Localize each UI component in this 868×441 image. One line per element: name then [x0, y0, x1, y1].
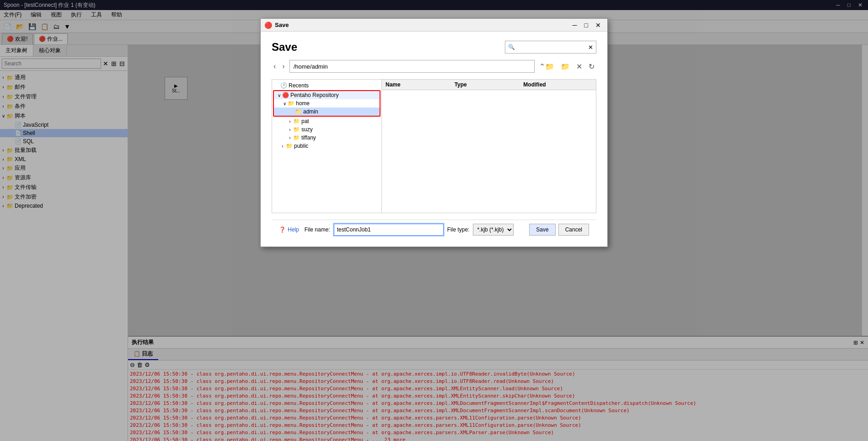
recents-label: Recents	[289, 82, 309, 89]
home-folder-icon: 📁	[288, 100, 295, 107]
suzy-folder-icon: 📁	[293, 126, 300, 133]
recents-icon: 🕐	[280, 82, 287, 89]
modal-right-panel: Name Type Modified	[382, 80, 596, 213]
pentaho-repo-item[interactable]: ∨ 🔴 Pentaho Repository	[274, 91, 380, 99]
col-name: Name	[386, 81, 455, 88]
help-link[interactable]: ❓ Help	[279, 226, 299, 233]
red-selection-box: ∨ 🔴 Pentaho Repository ∨ 📁 home	[273, 90, 380, 117]
help-label: Help	[288, 226, 299, 233]
modal-back-btn[interactable]: ‹	[272, 62, 278, 70]
save-button[interactable]: Save	[529, 224, 555, 236]
filetype-label: File type:	[447, 226, 470, 233]
modal-close-btn[interactable]: ✕	[593, 22, 604, 29]
repo-label: Pentaho Repository	[290, 92, 338, 98]
repo-arrow: ∨	[276, 93, 282, 98]
modal-titlebar: 🔴 Save ─ □ ✕	[261, 19, 607, 32]
modal-new-folder-btn[interactable]: 📁	[559, 62, 572, 71]
home-arrow: ∨	[281, 101, 288, 106]
suzy-arrow: ›	[287, 127, 293, 132]
pat-arrow: ›	[287, 119, 293, 124]
cancel-button[interactable]: Cancel	[558, 224, 589, 236]
modal-content-area: 🕐 Recents ∨ 🔴 Pentaho Repository	[272, 79, 596, 213]
filetype-select[interactable]: *.kjb (*.kjb)	[473, 224, 514, 236]
modal-delete-btn[interactable]: ✕	[574, 62, 584, 71]
help-icon: ❓	[279, 226, 286, 233]
modal-left-panel: 🕐 Recents ∨ 🔴 Pentaho Repository	[272, 80, 382, 213]
modal-heading: Save	[272, 41, 297, 54]
tiffany-label: tiffany	[301, 134, 316, 141]
home-label: home	[296, 100, 310, 107]
tiffany-arrow: ›	[287, 135, 293, 140]
footer-fields: File name: File type: *.kjb (*.kjb)	[305, 224, 524, 236]
tiffany-folder-icon: 📁	[293, 134, 300, 141]
modal-overlay: 🔴 Save ─ □ ✕ Save 🔍 ✕ ‹	[0, 0, 868, 441]
modal-title-text: Save	[275, 22, 289, 28]
modal-forward-btn[interactable]: ›	[280, 62, 286, 70]
modal-search-clear[interactable]: ✕	[588, 44, 593, 51]
modal-nav-row: ‹ › ⌃📁 📁 ✕ ↻	[272, 60, 596, 73]
modal-header-row: Save 🔍 ✕	[272, 41, 596, 54]
public-folder-icon: 📁	[286, 143, 293, 149]
modal-maximize-btn[interactable]: □	[582, 22, 591, 29]
modal-footer: ❓ Help File name: File type: *.kjb (*.kj…	[272, 220, 596, 239]
modal-search-icon: 🔍	[508, 44, 515, 50]
repo-icon: 🔴	[282, 92, 289, 98]
footer-buttons: Save Cancel	[529, 224, 589, 236]
save-dialog: 🔴 Save ─ □ ✕ Save 🔍 ✕ ‹	[260, 18, 608, 247]
col-modified: Modified	[523, 81, 592, 88]
modal-search-input[interactable]	[517, 44, 586, 50]
modal-search-bar: 🔍 ✕	[505, 41, 596, 54]
admin-item[interactable]: 📁 admin	[274, 108, 380, 116]
pat-item[interactable]: › 📁 pat	[272, 117, 381, 125]
modal-folder-up-btn[interactable]: ⌃📁	[537, 62, 556, 71]
pat-label: pat	[301, 118, 309, 124]
home-item[interactable]: ∨ 📁 home	[274, 99, 380, 108]
modal-refresh-btn[interactable]: ↻	[587, 62, 596, 71]
recents-item[interactable]: 🕐 Recents	[272, 81, 381, 90]
modal-minimize-btn[interactable]: ─	[570, 22, 580, 29]
modal-title-icon: 🔴	[264, 22, 272, 29]
modal-body: Save 🔍 ✕ ‹ › ⌃📁 📁 ✕ ↻	[261, 32, 607, 247]
admin-label: admin	[303, 108, 318, 115]
pat-folder-icon: 📁	[293, 118, 300, 124]
modal-right-header: Name Type Modified	[382, 80, 596, 90]
col-type: Type	[455, 81, 524, 88]
tiffany-item[interactable]: › 📁 tiffany	[272, 134, 381, 142]
filename-label: File name:	[305, 226, 330, 233]
public-label: public	[294, 143, 308, 149]
public-item[interactable]: › 📁 public	[272, 142, 381, 150]
filename-input[interactable]	[334, 224, 444, 236]
admin-folder-icon: 📁	[295, 108, 302, 115]
suzy-item[interactable]: › 📁 suzy	[272, 125, 381, 134]
modal-path-input[interactable]	[289, 60, 535, 73]
modal-title: 🔴 Save	[264, 22, 289, 29]
public-arrow: ›	[279, 144, 286, 149]
modal-window-controls: ─ □ ✕	[570, 22, 604, 29]
suzy-label: suzy	[301, 126, 313, 133]
